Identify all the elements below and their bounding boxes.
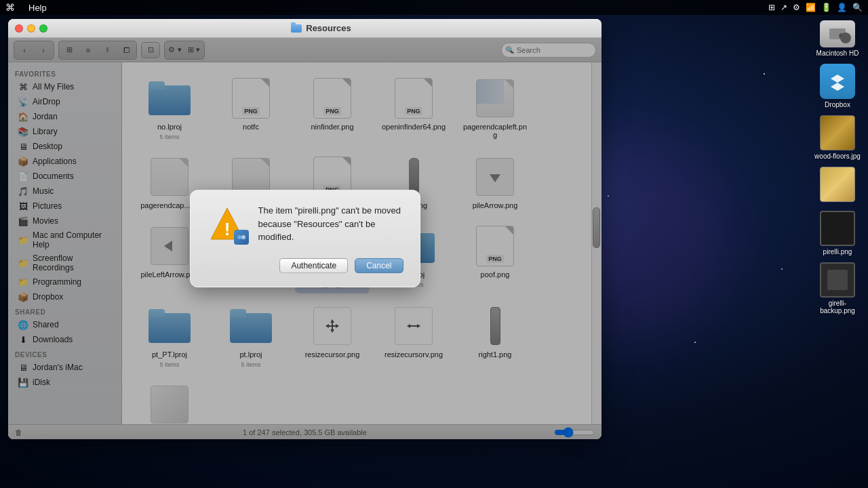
menubar-icon-3: ⚙ <box>793 3 800 12</box>
desktop-icon-pirelli[interactable]: pirelli.png <box>814 211 861 256</box>
dropbox-label: Dropbox <box>825 101 850 108</box>
warning-icon: ! <box>207 204 248 245</box>
help-menu[interactable]: Help <box>28 3 47 13</box>
desktop-icon-wood2[interactable] <box>814 167 861 204</box>
wifi-icon: 📶 <box>806 3 816 12</box>
macintosh-hd-icon <box>820 20 855 47</box>
error-dialog: ! The item "pirelli.png" can't be moved … <box>190 190 420 287</box>
maximize-button[interactable] <box>39 24 47 33</box>
folder-title-icon <box>291 24 302 33</box>
desktop-icons: Macintosh HD Dropbox wood-floors.jpg pir… <box>814 20 861 314</box>
svg-marker-3 <box>831 75 844 91</box>
svg-point-2 <box>840 35 843 37</box>
finder-badge-icon <box>234 230 249 245</box>
star <box>694 342 696 343</box>
dialog-message: The item "pirelli.png" can't be moved be… <box>258 204 403 244</box>
menubar-right: ⊞ ↗ ⚙ 📶 🔋 👤 🔍 <box>768 3 863 12</box>
user-icon: 👤 <box>837 3 847 12</box>
star <box>608 195 609 197</box>
dialog-content: ! The item "pirelli.png" can't be moved … <box>207 204 403 245</box>
menubar-icon-1: ⊞ <box>768 3 775 12</box>
desktop-icon-wood-floors[interactable]: wood-floors.jpg <box>814 115 861 160</box>
star <box>764 73 765 75</box>
desktop-icon-girelli-backup[interactable]: girelli-backup.png <box>814 262 861 314</box>
wood2-icon <box>820 167 855 202</box>
dialog-overlay: ! The item "pirelli.png" can't be moved … <box>8 38 601 439</box>
menubar-left: ⌘ Help <box>5 2 47 13</box>
window-controls <box>15 24 47 33</box>
minimize-button[interactable] <box>27 24 35 33</box>
wood-floors-label: wood-floors.jpg <box>814 152 861 160</box>
cancel-button[interactable]: Cancel <box>355 258 403 273</box>
girelli-backup-icon <box>820 262 855 298</box>
dropbox-icon <box>820 64 855 99</box>
svg-point-1 <box>839 33 844 39</box>
warning-icon-inner: ! <box>208 205 246 243</box>
search-icon[interactable]: 🔍 <box>852 3 863 12</box>
menubar: ⌘ Help ⊞ ↗ ⚙ 📶 🔋 👤 🔍 <box>0 0 868 15</box>
svg-rect-0 <box>829 28 846 39</box>
desktop-icon-macintosh-hd[interactable]: Macintosh HD <box>814 20 861 57</box>
pirelli-desktop-icon <box>820 211 855 246</box>
star <box>781 268 783 270</box>
svg-text:!: ! <box>224 219 230 239</box>
girelli-backup-label: girelli-backup.png <box>814 300 861 314</box>
svg-point-19 <box>241 235 245 239</box>
wood-floors-icon <box>820 115 855 150</box>
macintosh-hd-label: Macintosh HD <box>816 49 859 57</box>
finder-window: Resources ‹ › ⊞ ≡ ⦀ ⧠ ⊡ ⚙ ▾ ⊞ ▾ 🔍 <box>8 19 601 439</box>
desktop-icon-dropbox[interactable]: Dropbox <box>814 64 861 108</box>
dialog-text-block: The item "pirelli.png" can't be moved be… <box>258 204 403 244</box>
svg-point-18 <box>237 235 241 239</box>
dialog-buttons: Authenticate Cancel <box>207 258 403 273</box>
pirelli-desktop-label: pirelli.png <box>823 248 852 256</box>
battery-icon: 🔋 <box>821 3 831 12</box>
menubar-icon-2: ↗ <box>781 3 787 12</box>
window-titlebar: Resources <box>8 19 601 38</box>
window-title-text: Resources <box>306 23 351 33</box>
authenticate-button[interactable]: Authenticate <box>279 258 348 273</box>
window-title: Resources <box>47 23 595 33</box>
apple-menu[interactable]: ⌘ <box>5 2 15 13</box>
close-button[interactable] <box>15 24 23 33</box>
